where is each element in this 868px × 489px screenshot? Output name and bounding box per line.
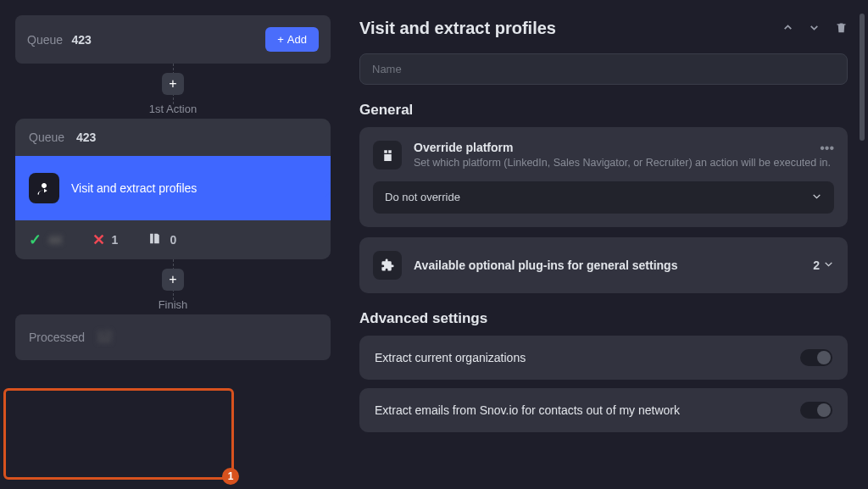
toggle-extract-orgs: Extract current organizations [359, 336, 848, 380]
toggle-label: Extract current organizations [375, 351, 526, 364]
processed-label: Processed [29, 331, 85, 344]
queue-label: Queue [27, 33, 63, 47]
stat-other: 0 [148, 231, 176, 248]
toggle-extract-emails: Extract emails from Snov.io for contacts… [359, 388, 848, 432]
add-button[interactable]: + Add [265, 27, 319, 52]
books-icon [148, 231, 163, 248]
plus-icon: + [277, 33, 284, 46]
more-options-button[interactable]: ••• [820, 141, 834, 156]
action-stats: ✓ 44 ✕ 1 0 [15, 220, 331, 259]
delete-button[interactable] [835, 21, 848, 36]
stat-fail-count: 1 [112, 233, 119, 247]
action-queue-count: 423 [76, 131, 96, 144]
queue-count: 423 [72, 33, 92, 47]
stat-success: ✓ 44 [29, 231, 62, 249]
action-ordinal-label: 1st Action [15, 103, 331, 115]
collapse-up-button[interactable] [782, 22, 793, 36]
collapse-down-button[interactable] [809, 22, 820, 36]
add-node-button[interactable]: + [162, 73, 184, 95]
scrollbar[interactable] [860, 14, 865, 479]
finish-label: Finish [15, 298, 331, 311]
add-button-label: Add [287, 33, 307, 46]
stat-fail: ✕ 1 [92, 231, 119, 249]
plugins-count: 2 [813, 258, 820, 272]
action-card: Queue 423 Visit and extract profiles ✓ 4… [15, 119, 331, 259]
chevron-down-icon [811, 191, 822, 204]
override-title: Override platform [414, 141, 831, 154]
stat-success-count: 44 [48, 233, 62, 247]
annotation-highlight: 1 [3, 388, 234, 480]
queue-header-card: Queue 423 + Add [15, 15, 331, 64]
check-icon: ✓ [29, 231, 42, 249]
connector: + [15, 64, 331, 104]
section-advanced-heading: Advanced settings [359, 310, 848, 327]
section-general-heading: General [359, 102, 848, 119]
toggle-switch[interactable] [800, 349, 832, 366]
connector: + [15, 259, 331, 300]
action-title: Visit and extract profiles [71, 181, 197, 195]
action-queue-label: Queue [29, 131, 64, 144]
processed-count: 12 [97, 330, 112, 345]
override-platform-card: Override platform Set which platform (Li… [359, 127, 848, 227]
action-selected-row[interactable]: Visit and extract profiles [15, 156, 331, 220]
annotation-badge: 1 [222, 468, 239, 485]
toggle-switch[interactable] [800, 402, 832, 419]
platform-icon [373, 141, 402, 169]
plugins-title: Available optional plug-ins for general … [414, 258, 677, 272]
plugins-card[interactable]: Available optional plug-ins for general … [359, 237, 848, 293]
add-node-button[interactable]: + [162, 269, 184, 291]
chevron-down-icon [823, 258, 834, 272]
name-input[interactable] [359, 53, 848, 85]
override-desc: Set which platform (LinkedIn, Sales Navi… [414, 156, 831, 171]
toggle-label: Extract emails from Snov.io for contacts… [375, 403, 680, 417]
scrollbar-thumb[interactable] [860, 14, 865, 141]
override-select[interactable]: Do not override [373, 181, 834, 214]
profile-visit-icon [29, 173, 59, 203]
processed-card: Processed 12 [15, 314, 331, 360]
override-selected-value: Do not override [385, 191, 460, 203]
panel-title: Visit and extract profiles [359, 19, 556, 38]
stat-other-count: 0 [170, 233, 176, 247]
puzzle-icon [373, 251, 402, 280]
x-icon: ✕ [92, 231, 105, 249]
